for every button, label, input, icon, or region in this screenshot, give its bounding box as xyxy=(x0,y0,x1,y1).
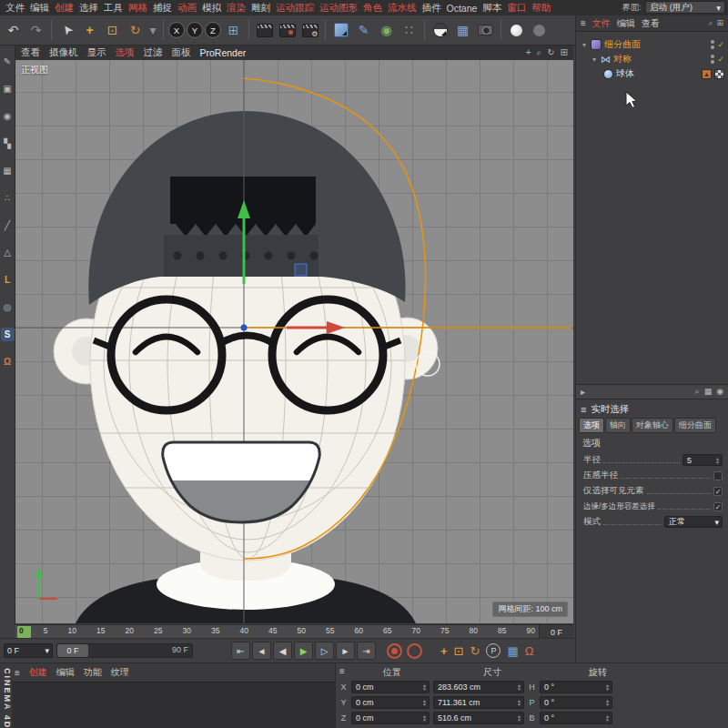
make-editable-button[interactable]: ▣ xyxy=(1,82,15,96)
menu-animate[interactable]: 动画 xyxy=(177,2,197,15)
enabled-check-icon[interactable]: ✓ xyxy=(717,40,724,49)
model-mode-button[interactable]: ◉ xyxy=(1,109,15,123)
viewport-menu-filter[interactable]: 过滤 xyxy=(144,46,163,59)
record-keyframe-button[interactable] xyxy=(387,643,402,659)
polygon-selection-tag[interactable]: ▲ xyxy=(702,69,712,79)
default-light-on-button[interactable] xyxy=(506,18,527,42)
object-row-sphere[interactable]: 球体 ▲ xyxy=(576,66,728,81)
play-button[interactable]: ▶ xyxy=(294,642,313,660)
sculpt-tool[interactable]: ✎ xyxy=(1,55,15,68)
move-tool-button[interactable]: + xyxy=(79,18,100,42)
deformers-button[interactable]: ∷ xyxy=(399,18,420,42)
history-arrow-icon[interactable]: ▸ xyxy=(581,387,585,397)
generators-button[interactable]: ◉ xyxy=(376,18,397,42)
pan-view-icon[interactable]: + xyxy=(526,47,531,58)
filter-grid-icon[interactable]: ⊞ xyxy=(716,18,723,28)
rotate-tool-button[interactable]: ↻ xyxy=(125,18,146,42)
burger-menu-icon[interactable]: ≡ xyxy=(15,668,20,678)
mode-select[interactable]: 正常 ▾ xyxy=(664,516,723,528)
om-menu-file[interactable]: 文件 xyxy=(592,17,611,30)
undo-button[interactable]: ↶ xyxy=(3,18,24,42)
size-z-field[interactable]: 510.6 cm▲▼ xyxy=(433,712,524,724)
goto-start-button[interactable]: ⇤ xyxy=(231,642,250,660)
search-icon[interactable]: ⌕ xyxy=(708,18,713,28)
position-z-field[interactable]: 0 cm▲▼ xyxy=(351,712,430,724)
goto-end-button[interactable]: ⇥ xyxy=(357,642,376,660)
tab-object-axis[interactable]: 对象轴心 xyxy=(632,418,673,433)
live-selection-tool-button[interactable]: ➤ xyxy=(56,18,77,42)
menu-mograph[interactable]: 运动图形 xyxy=(319,2,358,15)
viewport-menu-cameras[interactable]: 摄像机 xyxy=(49,46,78,59)
visibility-dots-icon[interactable] xyxy=(711,40,714,49)
mograph-array-button[interactable]: ▦ xyxy=(452,18,473,42)
workplane-mode-button[interactable]: ▦ xyxy=(1,164,15,177)
render-view-button[interactable] xyxy=(254,18,275,42)
menu-create[interactable]: 创建 xyxy=(55,2,74,15)
menu-pipeline[interactable]: 流水线 xyxy=(388,2,417,15)
menu-plugins[interactable]: 插件 xyxy=(422,2,441,15)
menu-motion-tracker[interactable]: 运动跟踪 xyxy=(276,2,314,15)
size-x-field[interactable]: 283.603 cm▲▼ xyxy=(433,681,524,693)
enabled-check-icon[interactable]: ✓ xyxy=(717,55,724,64)
position-x-field[interactable]: 0 cm▲▼ xyxy=(351,681,430,693)
menu-character[interactable]: 角色 xyxy=(363,2,382,15)
tab-axis[interactable]: 轴向 xyxy=(605,418,631,433)
menu-script[interactable]: 脚本 xyxy=(482,2,501,15)
view-label[interactable]: 正视图 xyxy=(21,64,48,76)
coordinate-system-button[interactable]: ⊞ xyxy=(223,18,244,42)
size-y-field[interactable]: 711.361 cm▲▼ xyxy=(433,696,524,709)
render-settings-button[interactable]: ⚙ xyxy=(299,18,320,42)
material-menu-texture[interactable]: 纹理 xyxy=(111,666,129,679)
object-row-symmetry[interactable]: ▾ ⋈ 对称 ✓ xyxy=(576,52,728,66)
menu-simulate[interactable]: 模拟 xyxy=(202,2,221,15)
viewport-menu-prorender[interactable]: ProRender xyxy=(200,47,247,58)
material-menu-create[interactable]: 创建 xyxy=(29,666,47,679)
viewport-menu-panel[interactable]: 面板 xyxy=(172,46,191,59)
enable-axis-button[interactable]: L xyxy=(1,273,15,287)
rotate-view-icon[interactable]: ↻ xyxy=(547,47,554,58)
camera-button[interactable] xyxy=(475,18,496,42)
menu-sculpt[interactable]: 雕刻 xyxy=(251,2,270,15)
snap-toggle-button[interactable]: S xyxy=(1,328,15,341)
current-frame-field[interactable]: 0 F ▾ xyxy=(4,643,53,658)
material-menu-function[interactable]: 功能 xyxy=(84,666,102,679)
menu-snap[interactable]: 捕捉 xyxy=(153,2,172,15)
zoom-view-icon[interactable]: ⌕ xyxy=(537,47,542,58)
menu-window[interactable]: 窗口 xyxy=(507,2,526,15)
expand-caret-icon[interactable]: ▾ xyxy=(581,41,588,49)
pressure-radius-checkbox[interactable] xyxy=(713,471,723,480)
position-y-field[interactable]: 0 cm▲▼ xyxy=(351,696,430,709)
only-visible-checkbox[interactable]: ✓ xyxy=(713,487,723,496)
points-mode-button[interactable]: ∴ xyxy=(1,191,15,205)
menu-octane[interactable]: Octane xyxy=(447,3,478,14)
menu-tools[interactable]: 工具 xyxy=(104,2,123,15)
menu-mesh[interactable]: 网格 xyxy=(128,2,147,15)
viewport-filter-button[interactable]: ◎ xyxy=(1,300,15,314)
filter-grid-icon[interactable]: ▦ xyxy=(704,387,713,397)
spline-pen-button[interactable]: ✎ xyxy=(353,18,374,42)
expand-caret-icon[interactable]: ▾ xyxy=(591,56,598,64)
timeline-range-slider[interactable]: 0 F 90 F xyxy=(56,643,193,658)
viewport-canvas[interactable]: 正视图 网格间距: 100 cm xyxy=(15,60,573,623)
object-row-subdivision-surface[interactable]: ▾ 细分曲面 ✓ xyxy=(576,37,728,52)
record-pla-toggle[interactable]: ▦ xyxy=(507,644,518,658)
edges-mode-button[interactable]: ╱ xyxy=(1,218,15,232)
autokey-button[interactable] xyxy=(407,643,422,659)
render-to-picture-viewer-button[interactable] xyxy=(277,18,298,42)
uvw-tag[interactable] xyxy=(714,69,724,79)
character-object-button[interactable] xyxy=(430,18,450,42)
tool-history-dropdown[interactable]: ▾ xyxy=(147,18,158,42)
lock-icon[interactable]: ◉ xyxy=(716,387,723,397)
next-frame-button[interactable]: ▷ xyxy=(315,642,334,660)
menu-select[interactable]: 选择 xyxy=(79,2,98,15)
keyframe-magnet-button[interactable]: Ω xyxy=(525,644,534,658)
material-menu-edit[interactable]: 编辑 xyxy=(56,666,75,679)
previous-key-button[interactable]: ◄ xyxy=(252,642,271,660)
tab-options[interactable]: 选项 xyxy=(579,418,604,433)
tab-subdivision[interactable]: 细分曲面 xyxy=(674,418,716,433)
x-axis-lock-button[interactable]: X xyxy=(168,22,185,38)
next-key-button[interactable]: ► xyxy=(336,642,355,660)
search-icon[interactable]: ⌕ xyxy=(695,387,700,397)
record-rotation-toggle[interactable]: ↻ xyxy=(470,644,480,658)
texture-mode-button[interactable]: ▚ xyxy=(1,136,15,150)
